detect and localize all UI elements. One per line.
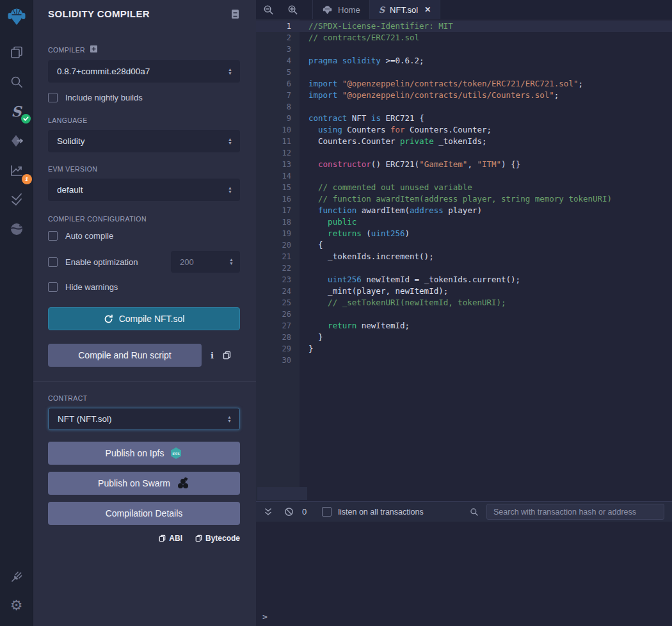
code-line[interactable]: 14 [256,170,672,182]
settings-gear-icon[interactable]: ⚙ [4,593,29,618]
listen-transactions-label: listen on all transactions [338,508,423,517]
home-icon [322,4,333,15]
language-select[interactable]: Solidity ▲▼ [48,130,240,152]
optimization-runs-input[interactable]: 200 ▲▼ [171,251,240,273]
search-icon [467,505,481,519]
compiler-version-select[interactable]: 0.8.7+commit.e28d00a7 ▲▼ [48,60,240,83]
code-editor[interactable]: 1//SPDX-License-Identifier: MIT2// contr… [256,19,672,501]
publish-swarm-button[interactable]: Publish on Swarm [48,472,240,495]
code-line[interactable]: 7import "@openzeppelin/contracts/utils/C… [256,90,672,101]
main-area: Home S NFT.sol ✕ 1//SPDX-License-Identif… [256,0,672,626]
code-line[interactable]: 22 [256,262,672,274]
ipfs-logo: IPFS [170,447,182,460]
code-line[interactable]: 11 Counters.Counter private _tokenIds; [256,136,672,147]
line-number: 26 [256,309,291,320]
copy-icon[interactable] [223,351,231,360]
code-line[interactable]: 15 // commented out unused variable [256,182,672,193]
line-number: 3 [256,44,291,55]
code-line[interactable]: 20 { [256,239,672,251]
code-line[interactable]: 27 return newItemId; [256,320,672,332]
code-line[interactable]: 26 [256,309,672,320]
line-number: 19 [256,228,291,239]
enable-optimization-label: Enable optimization [65,257,138,267]
code-line[interactable]: 9contract NFT is ERC721 { [256,113,672,124]
code-line[interactable]: 5 [256,67,672,78]
zoom-out-icon[interactable] [256,0,280,19]
zoom-in-icon[interactable] [280,0,305,19]
unit-testing-icon[interactable] [4,187,29,213]
line-number: 10 [256,124,291,136]
code-text: contract NFT is ERC721 { [291,113,424,124]
solidity-file-icon: S [379,6,385,14]
tab-nft-sol[interactable]: S NFT.sol ✕ [370,0,441,19]
code-line[interactable]: 30 [256,355,672,366]
search-icon[interactable] [4,69,29,95]
code-line[interactable]: 19 returns (uint256) [256,228,672,239]
code-text: // contracts/ERC721.sol [291,32,419,44]
evm-version-select[interactable]: default ▲▼ [48,179,240,201]
code-line[interactable]: 24 _mint(player, newItemId); [256,285,672,297]
code-line[interactable]: 12 [256,147,672,159]
plug-icon[interactable] [4,563,29,589]
code-text: // commented out unused variable [291,182,472,193]
code-text: using Counters for Counters.Counter; [291,124,492,136]
code-line[interactable]: 8 [256,101,672,113]
file-explorer-icon[interactable] [4,40,29,65]
code-line[interactable]: 6import "@openzeppelin/contracts/token/E… [256,78,672,90]
code-text [291,101,308,113]
code-line[interactable]: 28 } [256,332,672,343]
analysis-count-badge: 1 [22,174,32,184]
code-line[interactable]: 3 [256,44,672,55]
solidity-compiler-icon[interactable]: S [4,99,29,124]
compilation-details-button[interactable]: Compilation Details [48,502,240,525]
compile-button[interactable]: Compile NFT.sol [48,307,240,330]
transaction-search-input[interactable] [486,504,664,520]
plugin-orb-icon[interactable] [4,216,29,242]
auto-compile-checkbox[interactable] [48,231,58,241]
transaction-count: 0 [302,507,307,517]
code-line[interactable]: 29} [256,343,672,355]
line-number: 29 [256,343,291,355]
contract-select[interactable]: NFT (NFT.sol) ▲▼ [48,408,240,430]
terminal-output[interactable]: > [256,522,672,626]
deploy-run-icon[interactable] [4,128,29,154]
code-line[interactable]: 10 using Counters for Counters.Counter; [256,124,672,136]
close-icon[interactable]: ✕ [424,5,431,14]
docs-icon[interactable] [230,9,240,19]
code-line[interactable]: 21 _tokenIds.increment(); [256,251,672,262]
code-text: public [291,216,356,228]
tab-home[interactable]: Home [312,0,370,19]
add-compiler-icon[interactable] [90,45,98,54]
select-updown-icon: ▲▼ [227,415,232,423]
clear-ban-icon[interactable] [282,505,296,519]
code-lines: 1//SPDX-License-Identifier: MIT2// contr… [256,19,672,366]
code-line[interactable]: 13 constructor() ERC721("GameItem", "ITM… [256,159,672,170]
code-line[interactable]: 4pragma solidity >=0.6.2; [256,55,672,67]
code-line[interactable]: 2// contracts/ERC721.sol [256,32,672,44]
horizontal-scrollbar[interactable] [257,487,307,500]
copy-bytecode-button[interactable]: Bytecode [195,534,240,543]
code-line[interactable]: 17 function awardItem(address player) [256,205,672,216]
swarm-logo [176,477,190,490]
line-number: 9 [256,113,291,124]
include-nightly-checkbox[interactable] [48,93,58,102]
code-line[interactable]: 25 // _setTokenURI(newItemId, tokenURI); [256,297,672,309]
code-line[interactable]: 1//SPDX-License-Identifier: MIT [256,20,672,32]
publish-ipfs-button[interactable]: Publish on Ipfs IPFS [48,442,240,465]
contract-section-label: CONTRACT [48,394,240,402]
info-icon[interactable]: i [211,351,214,360]
analysis-icon[interactable]: 1 [4,157,29,183]
hide-warnings-checkbox[interactable] [48,282,58,292]
collapse-chevrons-icon[interactable] [261,505,275,519]
copy-abi-button[interactable]: ABI [159,534,182,543]
svg-text:IPFS: IPFS [173,452,180,456]
line-number: 20 [256,239,291,251]
code-text: _mint(player, newItemId); [291,285,448,297]
enable-optimization-checkbox[interactable] [48,257,58,267]
code-line[interactable]: 18 public [256,216,672,228]
code-line[interactable]: 16 // function awardItem(address player,… [256,193,672,205]
compile-and-run-button[interactable]: Compile and Run script [48,344,202,367]
remix-logo[interactable] [4,4,29,29]
code-line[interactable]: 23 uint256 newItemId = _tokenIds.current… [256,274,672,285]
listen-transactions-checkbox[interactable] [322,507,332,517]
